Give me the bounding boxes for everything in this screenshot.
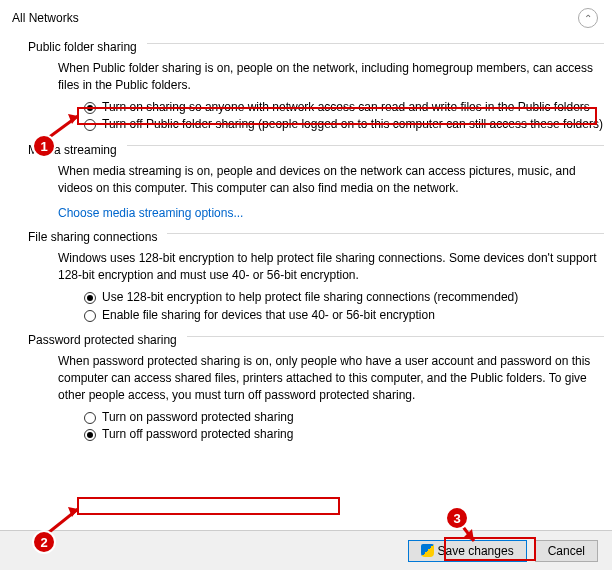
radio-public-folder-off[interactable]: Turn off Public folder sharing (people l… <box>84 117 604 133</box>
radio-encryption-128[interactable]: Use 128-bit encryption to help protect f… <box>84 290 604 306</box>
media-streaming-options-link[interactable]: Choose media streaming options... <box>58 206 243 220</box>
annotation-number-3: 3 <box>445 506 469 530</box>
radio-icon <box>84 102 96 114</box>
radio-label: Turn on sharing so anyone with network a… <box>102 100 590 116</box>
separator <box>167 233 604 234</box>
section-title-public-folder: Public folder sharing <box>28 40 137 54</box>
radio-public-folder-on[interactable]: Turn on sharing so anyone with network a… <box>84 100 604 116</box>
section-desc-media: When media streaming is on, people and d… <box>58 163 598 197</box>
cancel-button[interactable]: Cancel <box>535 540 598 562</box>
radio-label: Enable file sharing for devices that use… <box>102 308 435 324</box>
radio-label: Turn off password protected sharing <box>102 427 293 443</box>
annotation-box-2 <box>77 497 340 515</box>
all-networks-panel: All Networks ⌃ Public folder sharing Whe… <box>0 0 612 443</box>
radio-label: Use 128-bit encryption to help protect f… <box>102 290 518 306</box>
shield-icon <box>421 544 434 557</box>
radio-icon <box>84 119 96 131</box>
radio-icon <box>84 429 96 441</box>
svg-marker-3 <box>68 507 78 517</box>
save-changes-button[interactable]: Save changes <box>408 540 527 562</box>
section-desc-password: When password protected sharing is on, o… <box>58 353 598 403</box>
section-desc-encryption: Windows uses 128-bit encryption to help … <box>58 250 598 284</box>
radio-label: Turn off Public folder sharing (people l… <box>102 117 603 133</box>
radio-password-on[interactable]: Turn on password protected sharing <box>84 410 604 426</box>
button-label: Save changes <box>438 544 514 558</box>
radio-icon <box>84 310 96 322</box>
radio-icon <box>84 292 96 304</box>
button-label: Cancel <box>548 544 585 558</box>
chevron-up-icon: ⌃ <box>584 13 592 24</box>
collapse-button[interactable]: ⌃ <box>578 8 598 28</box>
section-title-encryption: File sharing connections <box>28 230 157 244</box>
panel-title: All Networks <box>12 11 79 25</box>
radio-label: Turn on password protected sharing <box>102 410 294 426</box>
section-title-media: Media streaming <box>28 143 117 157</box>
radio-icon <box>84 412 96 424</box>
radio-password-off[interactable]: Turn off password protected sharing <box>84 427 604 443</box>
footer-bar: Save changes Cancel <box>0 530 612 570</box>
radio-encryption-4056[interactable]: Enable file sharing for devices that use… <box>84 308 604 324</box>
separator <box>187 336 604 337</box>
separator <box>127 145 604 146</box>
separator <box>147 43 604 44</box>
section-desc-public-folder: When Public folder sharing is on, people… <box>58 60 598 94</box>
section-title-password: Password protected sharing <box>28 333 177 347</box>
